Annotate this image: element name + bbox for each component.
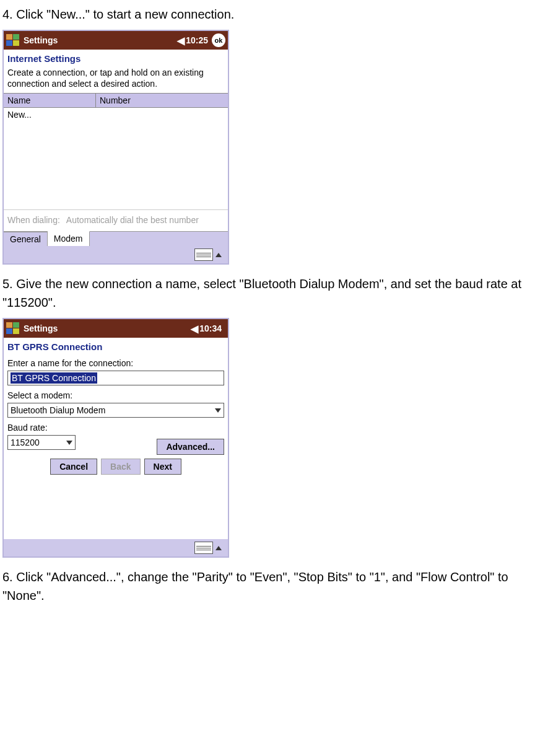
page-description: Create a connection, or tap and hold on … — [4, 66, 228, 93]
baud-select[interactable]: 115200 — [7, 435, 76, 450]
page-heading: Internet Settings — [4, 50, 228, 66]
step-4-text: 4. Click "New..." to start a new connect… — [2, 5, 533, 24]
step-6-text: 6. Click "Advanced...", change the "Pari… — [2, 568, 533, 605]
when-dialing-label: When dialing: — [7, 215, 60, 225]
wizard-buttons: Cancel Back Next — [4, 457, 228, 476]
step-5-text: 5. Give the new connection a name, selec… — [2, 275, 533, 312]
name-label: Enter a name for the connection: — [4, 354, 228, 369]
input-panel-bar — [4, 539, 228, 556]
volume-icon[interactable]: ◀ — [191, 323, 198, 335]
page-heading: BT GPRS Connection — [4, 338, 228, 354]
tabs: General Modem — [4, 231, 228, 246]
screenshot-bt-gprs: Settings ◀ 10:34 BT GPRS Connection Ente… — [2, 318, 229, 558]
clock: 10:25 — [186, 35, 208, 45]
screenshot-internet-settings: Settings ◀ 10:25 ok Internet Settings Cr… — [2, 30, 229, 265]
connections-list[interactable]: New... — [4, 108, 228, 210]
col-number[interactable]: Number — [96, 94, 228, 107]
modem-value: Bluetooth Dialup Modem — [11, 405, 105, 415]
next-button[interactable]: Next — [144, 459, 181, 475]
when-dialing-value: Automatically dial the best number — [66, 215, 199, 225]
window-title: Settings — [24, 35, 177, 45]
chevron-down-icon — [66, 441, 72, 445]
connection-name-value: BT GPRS Connection — [11, 372, 97, 384]
list-item-new[interactable]: New... — [7, 109, 224, 120]
input-method-caret-icon[interactable] — [215, 253, 222, 257]
baud-label: Baud rate: — [4, 419, 228, 434]
back-button: Back — [101, 459, 140, 475]
table-header: Name Number — [4, 93, 228, 108]
input-method-caret-icon[interactable] — [215, 546, 222, 550]
advanced-button[interactable]: Advanced... — [157, 439, 224, 455]
keyboard-icon[interactable] — [194, 542, 213, 554]
tab-modem[interactable]: Modem — [48, 231, 90, 246]
when-dialing-row: When dialing: Automatically dial the bes… — [4, 210, 228, 231]
col-name[interactable]: Name — [4, 94, 96, 107]
modem-select[interactable]: Bluetooth Dialup Modem — [7, 403, 224, 418]
baud-value: 115200 — [11, 437, 40, 447]
window-title: Settings — [24, 323, 191, 333]
start-icon[interactable] — [6, 322, 20, 335]
titlebar: Settings ◀ 10:34 — [4, 319, 228, 338]
chevron-down-icon — [215, 408, 221, 413]
keyboard-icon[interactable] — [194, 248, 213, 261]
volume-icon[interactable]: ◀ — [177, 35, 185, 46]
input-panel-bar — [4, 246, 228, 263]
tab-general[interactable]: General — [4, 232, 48, 246]
clock: 10:34 — [199, 323, 222, 333]
modem-label: Select a modem: — [4, 387, 228, 402]
start-icon[interactable] — [6, 34, 20, 46]
titlebar: Settings ◀ 10:25 ok — [4, 31, 228, 50]
cancel-button[interactable]: Cancel — [50, 459, 97, 475]
connection-name-input[interactable]: BT GPRS Connection — [7, 371, 224, 385]
ok-button[interactable]: ok — [212, 33, 225, 47]
